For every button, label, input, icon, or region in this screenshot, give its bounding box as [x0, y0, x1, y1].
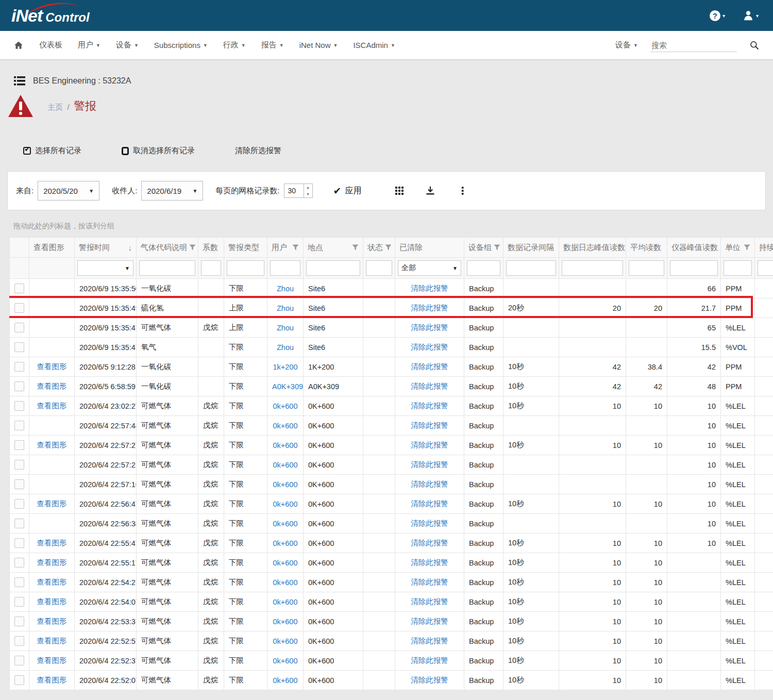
user-link[interactable]: 0k+600	[273, 520, 298, 528]
view-graph-link[interactable]: 查看图形	[37, 539, 67, 547]
col-header-factor[interactable]: 系数	[198, 238, 224, 258]
view-graph-link[interactable]: 查看图形	[37, 597, 67, 606]
filter-input-interval[interactable]	[506, 260, 556, 276]
clear-alarm-link[interactable]: 清除此报警	[411, 304, 448, 312]
page-size-stepper[interactable]: ▲ ▼	[304, 184, 313, 198]
filter-funnel-icon[interactable]	[189, 244, 196, 251]
user-link[interactable]: 0k+600	[273, 657, 298, 665]
col-header-inst_peak[interactable]: 仪器峰值读数	[667, 238, 721, 258]
clear-alarm-link[interactable]: 清除此报警	[411, 323, 448, 331]
nav-item-2[interactable]: 用户▼	[78, 40, 100, 50]
nav-home[interactable]	[13, 40, 24, 50]
row-checkbox[interactable]	[14, 558, 24, 568]
clear-alarm-link[interactable]: 清除此报警	[411, 362, 448, 371]
view-graph-link[interactable]: 查看图形	[37, 382, 67, 390]
col-header-gas[interactable]: 气体代码说明	[137, 238, 198, 258]
row-checkbox[interactable]	[14, 499, 24, 509]
filter-input-avg[interactable]	[629, 260, 664, 276]
col-header-log_peak[interactable]: 数据日志峰值读数	[559, 238, 626, 258]
user-link[interactable]: Zhou	[277, 324, 294, 332]
user-link[interactable]: 0k+600	[273, 676, 298, 685]
col-header-user[interactable]: 用户	[267, 238, 304, 258]
stepper-up-icon[interactable]: ▲	[304, 184, 312, 191]
to-date-select[interactable]: 2020/6/19 ▼	[141, 181, 203, 201]
col-header-type[interactable]: 警报类型	[224, 238, 267, 258]
user-link[interactable]: 0k+600	[273, 559, 298, 567]
user-link[interactable]: Zhou	[277, 285, 294, 293]
view-graph-link[interactable]: 查看图形	[37, 499, 67, 508]
filter-select-cleared[interactable]: 全部▼	[398, 260, 461, 276]
nav-item-4[interactable]: Subscriptions▼	[154, 41, 208, 49]
user-link[interactable]: 0k+600	[273, 618, 298, 626]
apply-button[interactable]: ✔ 应用	[333, 185, 362, 197]
clear-alarm-link[interactable]: 清除此报警	[411, 421, 448, 429]
user-link[interactable]: 0k+600	[273, 598, 298, 606]
filter-input-group[interactable]	[467, 260, 500, 276]
row-checkbox[interactable]	[14, 636, 24, 646]
grid-view-icon[interactable]	[395, 187, 404, 195]
col-header-group[interactable]: 设备组	[464, 238, 503, 258]
nav-item-6[interactable]: 报告▼	[261, 40, 284, 50]
page-size-input[interactable]: 30	[284, 184, 304, 198]
row-checkbox[interactable]	[14, 597, 24, 607]
from-date-select[interactable]: 2020/5/20 ▼	[38, 181, 99, 201]
col-header-graph[interactable]: 查看图形	[29, 238, 75, 258]
row-checkbox[interactable]	[14, 342, 24, 352]
view-graph-link[interactable]: 查看图形	[37, 441, 67, 449]
clear-alarm-link[interactable]: 清除此报警	[411, 656, 448, 664]
clear-alarm-link[interactable]: 清除此报警	[411, 597, 448, 606]
view-graph-link[interactable]: 查看图形	[37, 637, 67, 645]
user-menu-button[interactable]: ▾	[743, 10, 759, 21]
view-graph-link[interactable]: 查看图形	[37, 578, 67, 586]
filter-funnel-icon[interactable]	[352, 244, 359, 251]
filter-input-inst_peak[interactable]	[670, 260, 718, 276]
user-link[interactable]: 0k+600	[273, 637, 298, 645]
user-link[interactable]: 0k+600	[273, 539, 298, 547]
row-checkbox[interactable]	[14, 479, 24, 489]
breadcrumb-home-link[interactable]: 主页	[47, 103, 63, 111]
clear-alarm-link[interactable]: 清除此报警	[411, 578, 448, 586]
user-link[interactable]: 0k+600	[273, 578, 298, 587]
row-checkbox[interactable]	[14, 421, 24, 430]
nav-item-1[interactable]: 仪表板	[39, 40, 62, 50]
clear-alarm-link[interactable]: 清除此报警	[411, 343, 448, 351]
col-header-cleared[interactable]: 已清除	[395, 238, 464, 258]
filter-input-user[interactable]	[270, 260, 300, 276]
filter-input-status[interactable]	[366, 260, 392, 276]
col-header-site[interactable]: 地点	[304, 238, 363, 258]
row-checkbox[interactable]	[14, 362, 24, 372]
clear-alarm-link[interactable]: 清除此报警	[411, 637, 448, 645]
row-checkbox[interactable]	[14, 303, 24, 313]
filter-input-gas[interactable]	[139, 260, 195, 276]
clear-alarm-link[interactable]: 清除此报警	[411, 382, 448, 390]
row-checkbox[interactable]	[14, 538, 24, 548]
filter-input-time[interactable]: ▼	[77, 260, 133, 276]
filter-funnel-icon[interactable]	[744, 244, 750, 251]
row-checkbox[interactable]	[14, 381, 24, 391]
col-header-checkbox[interactable]	[10, 238, 29, 258]
search-input[interactable]	[650, 39, 737, 52]
clear-alarm-link[interactable]: 清除此报警	[411, 284, 448, 292]
row-checkbox[interactable]	[14, 577, 24, 587]
user-link[interactable]: 1k+200	[273, 363, 298, 371]
view-graph-link[interactable]: 查看图形	[37, 402, 67, 410]
row-checkbox[interactable]	[14, 460, 24, 470]
action-button-2[interactable]: 取消选择所有记录	[122, 146, 195, 156]
filter-input-log_peak[interactable]	[562, 260, 623, 276]
filter-input-type[interactable]	[227, 260, 264, 276]
col-header-unit[interactable]: 单位	[721, 238, 755, 258]
user-link[interactable]: 0k+600	[273, 402, 298, 410]
filter-input-unit[interactable]	[724, 260, 752, 276]
user-link[interactable]: 0k+600	[273, 422, 298, 430]
row-checkbox[interactable]	[14, 401, 24, 411]
user-link[interactable]: 0k+600	[273, 461, 298, 469]
download-icon[interactable]	[425, 186, 435, 196]
more-options-icon[interactable]: ⋮	[457, 185, 467, 197]
row-checkbox[interactable]	[14, 675, 24, 685]
filter-input-factor[interactable]	[201, 260, 221, 276]
user-link[interactable]: 0k+600	[273, 441, 298, 449]
row-checkbox[interactable]	[14, 616, 24, 626]
view-graph-link[interactable]: 查看图形	[37, 676, 67, 684]
nav-item-3[interactable]: 设备▼	[116, 40, 139, 50]
filter-funnel-icon[interactable]	[385, 244, 392, 251]
